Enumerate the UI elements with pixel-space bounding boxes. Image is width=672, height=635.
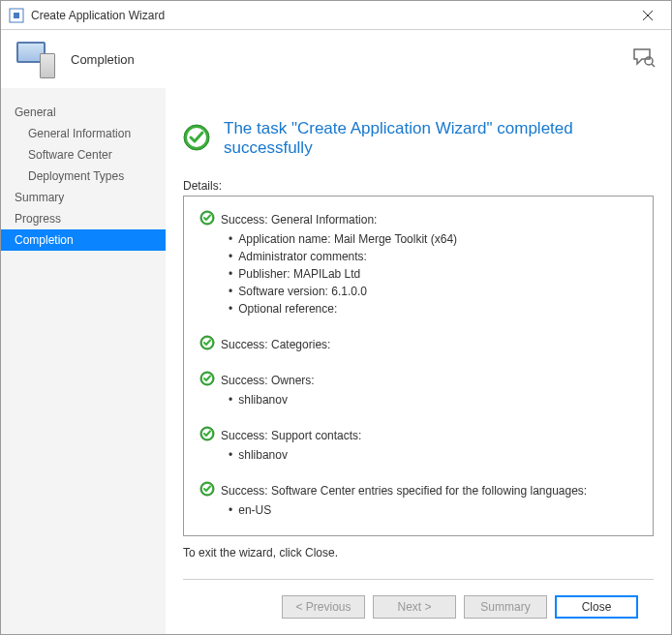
content: The task "Create Application Wizard" com… <box>166 88 671 634</box>
section-item-text: Optional reference: <box>238 300 337 318</box>
svg-rect-1 <box>14 13 19 18</box>
success-check-icon <box>199 210 215 228</box>
sidebar-item-software-center[interactable]: Software Center <box>1 144 166 166</box>
sidebar-item-progress[interactable]: Progress <box>1 208 166 229</box>
details-section: Success: Support contacts:•shlibanov <box>199 426 641 464</box>
section-head: Success: General Information: <box>199 210 641 228</box>
help-icon[interactable] <box>632 47 656 72</box>
titlebar: Create Application Wizard <box>1 1 671 30</box>
success-check-icon <box>199 335 215 353</box>
section-item: •Software version: 6.1.0.0 <box>229 283 641 300</box>
header: Completion <box>1 30 671 88</box>
section-item: •shlibanov <box>229 391 641 408</box>
section-item: •Optional reference: <box>229 300 641 318</box>
section-title: Success: Software Center entries specifi… <box>221 484 587 498</box>
exit-text: To exit the wizard, click Close. <box>183 546 654 559</box>
close-button[interactable]: Close <box>555 595 638 619</box>
step-title: Completion <box>71 52 135 67</box>
section-item-text: Administrator comments: <box>238 248 367 265</box>
wizard-window: Create Application Wizard Completion Gen… <box>0 0 672 635</box>
section-items: •Application name: Mail Merge Toolkit (x… <box>229 230 641 318</box>
details-section: Success: General Information:•Applicatio… <box>199 210 641 318</box>
section-item: •en-US <box>229 501 641 519</box>
success-banner: The task "Create Application Wizard" com… <box>183 119 654 158</box>
section-item: •Publisher: MAPILab Ltd <box>229 265 641 283</box>
sidebar-item-completion[interactable]: Completion <box>1 229 166 251</box>
section-item-text: shlibanov <box>238 446 288 464</box>
footer: < Previous Next > Summary Close <box>183 579 654 634</box>
section-title: Success: Support contacts: <box>221 429 361 442</box>
sidebar-item-general[interactable]: General <box>1 102 166 123</box>
window-close-button[interactable] <box>626 1 669 30</box>
summary-button: Summary <box>464 595 547 619</box>
body: GeneralGeneral InformationSoftware Cente… <box>1 88 671 634</box>
section-head: Success: Owners: <box>199 371 641 389</box>
section-head: Success: Support contacts: <box>199 426 641 444</box>
computer-icon <box>16 40 55 78</box>
details-label: Details: <box>183 179 654 193</box>
section-title: Success: Categories: <box>221 338 330 351</box>
section-item: •shlibanov <box>229 446 641 464</box>
section-item-text: shlibanov <box>238 391 288 408</box>
bullet-icon: • <box>229 283 232 300</box>
section-head: Success: Software Center entries specifi… <box>199 481 641 499</box>
sidebar-item-general-information[interactable]: General Information <box>1 123 166 144</box>
section-head: Success: Categories: <box>199 335 641 353</box>
success-check-icon <box>183 124 210 154</box>
section-item: •Application name: Mail Merge Toolkit (x… <box>229 230 641 248</box>
details-section: Success: Owners:•shlibanov <box>199 371 641 408</box>
banner-text: The task "Create Application Wizard" com… <box>224 119 654 158</box>
svg-line-5 <box>652 64 655 67</box>
sidebar-item-deployment-types[interactable]: Deployment Types <box>1 166 166 187</box>
section-item-text: Application name: Mail Merge Toolkit (x6… <box>238 230 457 248</box>
window-title: Create Application Wizard <box>31 9 626 22</box>
section-item-text: Software version: 6.1.0.0 <box>238 283 367 300</box>
sidebar-item-summary[interactable]: Summary <box>1 187 166 208</box>
svg-point-4 <box>645 57 653 65</box>
section-item: •Administrator comments: <box>229 248 641 265</box>
previous-button: < Previous <box>282 595 365 619</box>
close-icon <box>643 11 653 20</box>
section-title: Success: General Information: <box>221 213 377 227</box>
section-item-text: en-US <box>238 501 271 519</box>
section-item-text: Publisher: MAPILab Ltd <box>238 265 360 283</box>
app-icon <box>9 8 24 23</box>
bullet-icon: • <box>229 300 232 318</box>
bullet-icon: • <box>229 391 232 408</box>
details-section: Success: Software Center entries specifi… <box>199 481 641 519</box>
success-check-icon <box>199 371 215 389</box>
details-section: Success: Categories: <box>199 335 641 353</box>
bullet-icon: • <box>229 265 232 283</box>
bullet-icon: • <box>229 248 232 265</box>
section-items: •shlibanov <box>229 446 641 464</box>
details-box[interactable]: Success: General Information:•Applicatio… <box>183 196 654 536</box>
success-check-icon <box>199 426 215 444</box>
bullet-icon: • <box>229 501 232 519</box>
next-button: Next > <box>373 595 456 619</box>
bullet-icon: • <box>229 446 232 464</box>
section-items: •shlibanov <box>229 391 641 408</box>
section-items: •en-US <box>229 501 641 519</box>
bullet-icon: • <box>229 230 232 248</box>
section-title: Success: Owners: <box>221 374 315 387</box>
sidebar: GeneralGeneral InformationSoftware Cente… <box>1 88 166 634</box>
success-check-icon <box>199 481 215 499</box>
